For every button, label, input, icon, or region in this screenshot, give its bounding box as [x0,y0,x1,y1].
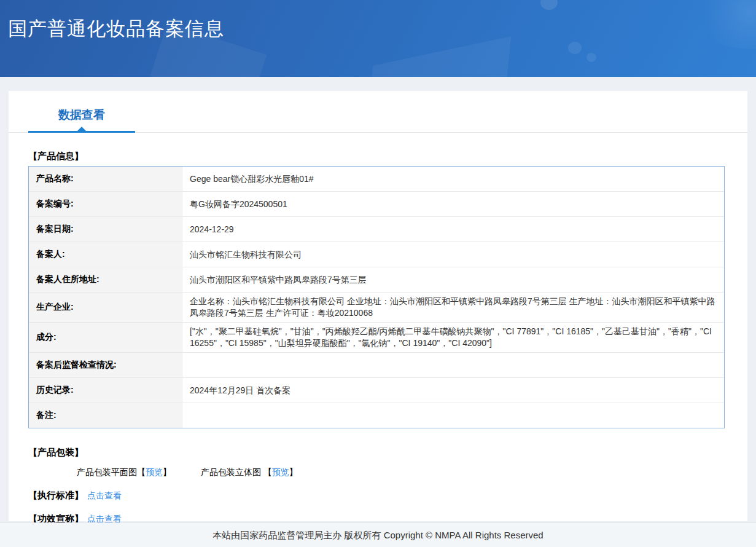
row-value: 汕头市铭汇生物科技有限公司 [182,242,724,267]
bracket: 【 [263,467,272,477]
exec-standard-row: 【执行标准】点击查看 [28,490,725,502]
row-value [182,353,724,377]
banner-decor-shape [367,36,512,77]
banner-decor-dot [568,42,582,54]
page-title: 国产普通化妆品备案信息 [8,16,224,42]
package-flat-label: 产品包装平面图 [77,467,137,477]
row-value: 2024年12月29日 首次备案 [182,378,724,403]
section-title-product-package: 【产品包装】 [28,447,725,458]
tab-bar: 数据查看 [9,91,747,133]
row-value: 粤G妆网备字2024500501 [182,192,724,216]
table-row: 产品名称: Gege bear锁心甜彩水光唇釉01# [29,167,724,192]
table-row: 备案日期: 2024-12-29 [29,217,724,242]
table-row: 备案人: 汕头市铭汇生物科技有限公司 [29,242,724,267]
row-label: 历史记录: [29,378,182,403]
table-row: 备案后监督检查情况: [29,353,724,378]
row-value: Gege bear锁心甜彩水光唇釉01# [182,167,724,191]
row-label: 备案编号: [29,192,182,216]
tab-active-indicator [77,127,86,131]
row-value: ["水"，"聚二甲基硅氧烷"，"甘油"，"丙烯酸羟乙酯/丙烯酰二甲基牛磺酸钠共聚… [182,323,724,352]
row-label: 备案人: [29,242,182,267]
table-row: 成分: ["水"，"聚二甲基硅氧烷"，"甘油"，"丙烯酸羟乙酯/丙烯酰二甲基牛磺… [29,323,724,353]
table-row: 备案人住所地址: 汕头市潮阳区和平镇紫中路凤皋路段7号第三层 [29,267,724,293]
row-value: 汕头市潮阳区和平镇紫中路凤皋路段7号第三层 [182,267,724,292]
card-content: 【产品信息】 产品名称: Gege bear锁心甜彩水光唇釉01# 备案编号: … [9,151,747,525]
table-row: 备注: [29,403,724,428]
section-title-exec-standard: 【执行标准】 [28,490,84,500]
site-footer: 本站由国家药品监督管理局主办 版权所有 Copyright © NMPA All… [0,522,756,547]
section-title-product-info: 【产品信息】 [28,151,725,162]
package-stereo-label: 产品包装立体图 [201,467,263,477]
row-label: 产品名称: [29,167,182,191]
row-label: 备注: [29,403,182,428]
banner-decor-dot [540,0,558,10]
bracket: 】 [289,467,298,477]
bracket: 【 [137,467,146,477]
table-row: 生产企业: 企业名称：汕头市铭汇生物科技有限公司 企业地址：汕头市潮阳区和平镇紫… [29,293,724,323]
package-flat-item: 产品包装平面图【预览】 [77,467,171,477]
row-label: 备案后监督检查情况: [29,353,182,377]
content-card: 数据查看 【产品信息】 产品名称: Gege bear锁心甜彩水光唇釉01# 备… [9,91,747,521]
row-value: 企业名称：汕头市铭汇生物科技有限公司 企业地址：汕头市潮阳区和平镇紫中路凤皋路段… [182,293,724,322]
package-preview-row: 产品包装平面图【预览】 产品包装立体图 【预览】 [28,467,725,478]
page-banner: 国产普通化妆品备案信息 [0,0,756,77]
tab-data-view[interactable]: 数据查看 [28,107,135,123]
table-row: 备案编号: 粤G妆网备字2024500501 [29,192,724,217]
package-stereo-preview-link[interactable]: 预览 [272,467,289,477]
banner-decor-dot [586,53,596,62]
product-info-table: 产品名称: Gege bear锁心甜彩水光唇釉01# 备案编号: 粤G妆网备字2… [28,166,725,428]
package-stereo-item: 产品包装立体图 【预览】 [201,467,298,477]
row-label: 成分: [29,323,182,352]
exec-standard-view-link[interactable]: 点击查看 [87,490,122,500]
row-label: 生产企业: [29,293,182,322]
banner-decor-circle [694,0,756,49]
tab-active-underline [28,131,135,133]
row-label: 备案人住所地址: [29,267,182,292]
row-label: 备案日期: [29,217,182,242]
package-flat-preview-link[interactable]: 预览 [146,467,163,477]
table-row: 历史记录: 2024年12月29日 首次备案 [29,378,724,403]
row-value: 2024-12-29 [182,217,724,242]
row-value [182,403,724,428]
bracket: 】 [163,467,171,477]
